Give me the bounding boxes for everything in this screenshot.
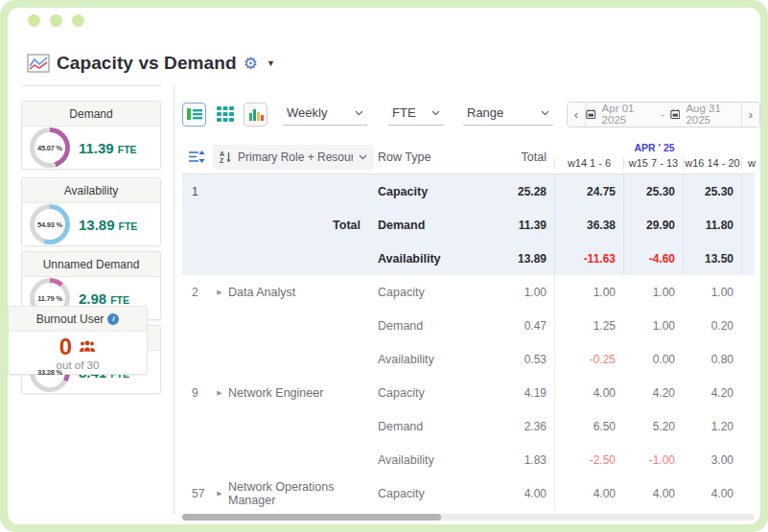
table-group: 9▶Network EngineerCapacity4.194.004.204.… (182, 376, 755, 476)
chevron-down-icon[interactable]: ▼ (267, 58, 275, 68)
expand-caret-icon[interactable]: ▶ (211, 275, 228, 309)
expand-caret-icon[interactable]: ▶ (211, 476, 228, 510)
cut-column (741, 376, 755, 409)
people-group-icon (79, 340, 96, 353)
chart-view-button[interactable] (244, 103, 268, 127)
table-header: A Z Primary Role + Resource... Row Type … (182, 139, 755, 174)
prev-period-button[interactable]: ‹ (568, 103, 586, 127)
metric-select[interactable]: FTE (388, 103, 444, 126)
donut-percent-label: 54.93 % (30, 204, 70, 244)
expand-caret-icon (211, 174, 228, 208)
metric-card-body: 45.07 %11.39FTE (22, 127, 160, 169)
total-value-cell: 25.28 (470, 174, 554, 208)
expand-caret-icon[interactable]: ▶ (211, 376, 228, 409)
donut-percent-label: 33.28 % (30, 352, 70, 392)
expand-caret-icon (211, 409, 228, 443)
fte-value: 13.89FTE (79, 217, 137, 233)
row-number (182, 342, 211, 376)
row-type-cell: Demand (374, 208, 470, 242)
expand-caret-icon (211, 443, 228, 476)
period-select[interactable]: Weekly (283, 103, 367, 126)
table-chart-view-icon (187, 107, 202, 121)
date-range-fields[interactable]: Apr 01 2025 - Aug 31 2025 (586, 103, 741, 126)
expand-caret-icon (211, 242, 228, 275)
week-header: w15 7 - 13 (623, 157, 683, 170)
week-value-cell: 1.00 (623, 275, 683, 309)
week-value-cell: -0.25 (554, 342, 623, 376)
app-frame: Capacity vs Demand ⚙ ▼ Demand45.07 %11.3… (0, 0, 768, 532)
cut-column (741, 174, 755, 208)
metric-card: Demand45.07 %11.39FTE (21, 101, 161, 170)
info-icon[interactable]: i (107, 313, 119, 325)
total-header: Total (470, 150, 554, 164)
week-value-cell: 25.30 (623, 174, 683, 208)
table-row: 9▶Network EngineerCapacity4.194.004.204.… (182, 376, 755, 409)
cut-column (741, 208, 755, 242)
row-type-cell: Availability (374, 342, 470, 376)
donut-chart: 45.07 % (30, 127, 70, 168)
fte-unit: FTE (118, 144, 137, 155)
metric-card-title: Unnamed Demand (43, 258, 140, 271)
expand-caret-icon (211, 342, 228, 376)
group-by-select[interactable]: A Z Primary Role + Resource... (213, 145, 374, 170)
resource-name: Total (228, 208, 374, 242)
week-header: w (741, 157, 756, 170)
week-value-cell: 1.00 (683, 275, 741, 309)
page-title: Capacity vs Demand (57, 53, 237, 74)
resource-name (228, 443, 374, 476)
week-value-cell: 4.20 (683, 376, 741, 409)
table-group: 2▶Data AnalystCapacity1.001.001.001.00De… (182, 275, 755, 376)
title-divider (21, 85, 161, 86)
window-dot (28, 14, 40, 27)
row-type-cell: Capacity (374, 476, 470, 510)
row-number: 57 (182, 476, 211, 510)
cut-column (741, 309, 755, 342)
total-value-cell: 4.00 (470, 476, 554, 510)
gear-icon[interactable]: ⚙ (244, 56, 258, 72)
line-chart-icon (27, 54, 50, 73)
group-by-value: Primary Role + Resource... (238, 150, 353, 164)
chevron-down-icon (355, 110, 363, 116)
calendar-icon (670, 108, 681, 120)
table-row: 57▶Network Operations ManagerCapacity4.0… (182, 476, 755, 510)
chevron-down-icon (359, 154, 367, 160)
svg-text:A: A (220, 150, 224, 157)
range-select[interactable]: Range (463, 103, 553, 126)
total-value-cell: 0.47 (470, 309, 554, 342)
chevron-down-icon (541, 110, 549, 116)
metric-card-header: Demand (22, 102, 160, 127)
table-row: Demand0.471.251.000.20 (182, 309, 755, 342)
resource-name[interactable]: Network Engineer (228, 376, 374, 409)
week-value-cell: 4.00 (554, 376, 623, 409)
week-value-cell: 11.80 (683, 208, 741, 242)
table-toolbar: Weekly FTE Range ‹ (182, 101, 760, 127)
calendar-icon (586, 108, 596, 120)
week-headers: APR ' 25 w14 1 - 6w15 7 - 13w16 14 - 20w (554, 139, 755, 174)
resource-name[interactable]: Network Operations Manager (228, 476, 374, 510)
table-view-button[interactable] (182, 103, 206, 127)
metric-card-title: Availability (64, 184, 118, 197)
titlebar: Capacity vs Demand ⚙ ▼ (27, 53, 275, 74)
table-row: 1Capacity25.2824.7525.3025.30 (182, 174, 755, 208)
week-value-cell: 29.90 (623, 208, 683, 242)
table-row: 2▶Data AnalystCapacity1.001.001.001.00 (182, 275, 755, 309)
cut-column (741, 242, 755, 275)
week-value-cell: 4.20 (623, 376, 683, 409)
grid-view-button[interactable] (213, 103, 237, 127)
horizontal-scrollbar[interactable] (182, 514, 755, 520)
week-value-cell: 3.00 (683, 443, 741, 476)
scrollbar-thumb[interactable] (182, 514, 441, 520)
metric-card-header: Availability (22, 178, 160, 203)
capacity-table: A Z Primary Role + Resource... Row Type … (182, 139, 755, 510)
period-value: Weekly (287, 105, 327, 120)
view-switcher (182, 103, 268, 127)
app-window: Capacity vs Demand ⚙ ▼ Demand45.07 %11.3… (8, 8, 760, 524)
resource-name[interactable]: Data Analyst (228, 275, 374, 309)
metric-card-header: Unnamed Demand (22, 252, 160, 277)
filter-sort-icon[interactable] (182, 150, 211, 164)
next-period-button[interactable]: › (741, 103, 759, 127)
grid-view-icon (217, 106, 234, 122)
table-row: Demand2.366.505.201.20 (182, 409, 755, 443)
total-value-cell: 11.39 (470, 208, 554, 242)
table-body: 1Capacity25.2824.7525.3025.30TotalDemand… (182, 174, 755, 510)
